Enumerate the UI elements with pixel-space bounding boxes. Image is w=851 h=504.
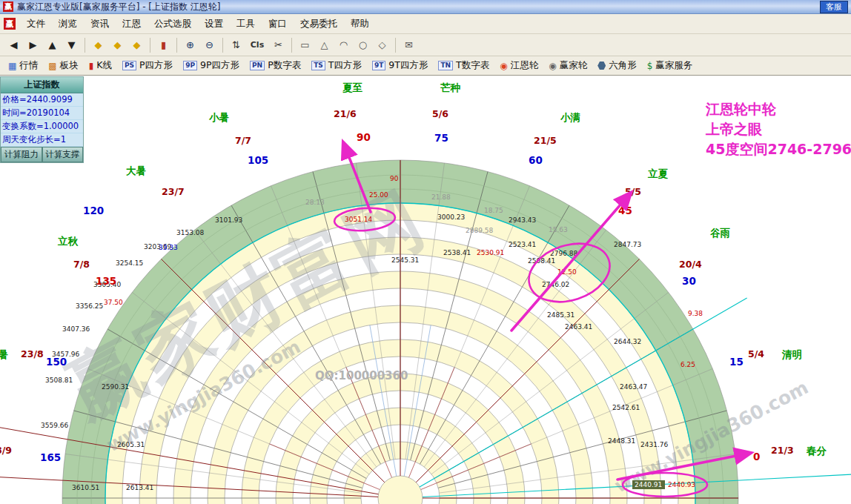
wheel-number: 15.63 [549, 226, 568, 233]
sectors-button[interactable]: ▩板块 [43, 57, 83, 74]
price-row: 价格=2440.9099 [1, 93, 83, 107]
degree-label: 135 [96, 275, 116, 287]
gann-wheel-icon: ◉ [500, 62, 507, 70]
wheel-number: 3407.36 [62, 325, 90, 333]
back-icon[interactable]: ◀ [4, 36, 23, 53]
comment-icon[interactable]: ✉ [400, 36, 418, 53]
date-row: 时间=20190104 [1, 107, 83, 120]
wheel-number: 2431.76 [640, 441, 668, 448]
p-square-button[interactable]: PSP四方形 [117, 57, 178, 74]
9t-square-label: 9T四方形 [388, 59, 428, 72]
solar-term-label: 立秋 [57, 235, 79, 247]
calc-resistance-button[interactable]: 计算阻力 [1, 147, 42, 162]
calc-support-button[interactable]: 计算支撑 [42, 147, 84, 162]
circle-tool-icon[interactable]: ○ [354, 36, 372, 53]
stock-name: 上证指数 [1, 77, 83, 93]
cls-button[interactable]: Cls [246, 36, 268, 53]
wheel-number: 2485.31 [547, 311, 574, 319]
date-label: 21/3 [771, 445, 794, 456]
date-label: 8/9 [0, 445, 12, 456]
date-label: 23/7 [162, 186, 185, 197]
date-label: 5/4 [748, 348, 764, 359]
stock-info-panel: 上证指数 价格=2440.9099 时间=20190104 变换系数=1.000… [0, 76, 84, 163]
zoom-in-icon[interactable]: ⊕ [181, 36, 199, 53]
wheel-number: 25.00 [369, 191, 388, 199]
menu-file[interactable]: 文件 [20, 15, 52, 33]
t-square-icon: TS [311, 61, 325, 70]
wheel-number: 2943.43 [509, 216, 536, 224]
wheel-number: 3559.66 [41, 422, 68, 429]
sectors-label: 板块 [60, 59, 79, 72]
date-label: 7/7 [235, 135, 251, 146]
menu-news[interactable]: 资讯 [84, 15, 116, 33]
menu-gann[interactable]: 江恩 [116, 15, 148, 33]
triangle-tool-icon[interactable]: △ [315, 36, 334, 53]
solar-term-label: 大暑 [126, 165, 146, 176]
customer-service-button[interactable]: 客服 [820, 1, 848, 13]
zoom-out-icon[interactable]: ⊖ [200, 36, 219, 53]
menu-browse[interactable]: 浏览 [52, 15, 84, 33]
winner-wheel-label: 赢家轮 [560, 59, 588, 72]
t-square-label: T四方形 [328, 59, 362, 72]
p-square-icon: PS [122, 61, 136, 70]
diamond-1-icon[interactable]: ◆ [89, 36, 107, 53]
gann-wheel-label: 江恩轮 [511, 59, 539, 72]
wheel-number: 2448.31 [608, 437, 635, 445]
wheel-number: 2644.32 [614, 338, 641, 345]
9t-square-button[interactable]: 9T9T四方形 [367, 57, 434, 74]
gann-wheel-button[interactable]: ◉江恩轮 [494, 57, 543, 74]
wheel-number: 37.50 [104, 299, 123, 306]
rect-tool-icon[interactable]: ▭ [296, 36, 314, 53]
quotes-button[interactable]: ▦行情 [3, 57, 43, 74]
sectors-icon: ▩ [48, 62, 56, 70]
date-label: 23/8 [21, 348, 44, 359]
diamond-tool-icon[interactable]: ◇ [373, 36, 391, 53]
wheel-number: 2613.41 [126, 484, 153, 491]
wheel-number: 2889.58 [466, 227, 493, 234]
degree-label: 75 [434, 132, 448, 144]
up-icon[interactable]: ▲ [43, 36, 62, 53]
wheel-number: 2440.91 [635, 481, 662, 488]
solar-term-label: 夏至 [342, 82, 363, 93]
menu-help[interactable]: 帮助 [344, 15, 376, 33]
cut-icon[interactable]: ✂ [269, 36, 288, 53]
kline-icon: ▮ [89, 62, 94, 70]
kline-icon[interactable]: ▮ [154, 36, 173, 53]
9p-square-button[interactable]: 9P9P四方形 [178, 57, 245, 74]
menu-window[interactable]: 窗口 [262, 15, 294, 33]
winner-wheel-button[interactable]: ◉赢家轮 [543, 57, 592, 74]
hexagon-label: 六角形 [609, 59, 637, 72]
t-table-label: T数字表 [456, 59, 489, 72]
p-table-button[interactable]: PNP数字表 [245, 57, 306, 74]
date-label: 21/6 [334, 108, 357, 119]
measure-icon[interactable]: ⇅ [227, 36, 245, 53]
hexagon-button[interactable]: 六角形 [592, 57, 642, 74]
toolbar-separator [176, 38, 177, 53]
wheel-number: 2542.61 [612, 404, 640, 411]
menu-tools[interactable]: 工具 [230, 15, 262, 33]
hexagon-icon [597, 62, 606, 70]
menu-trade-order[interactable]: 交易委托 [294, 15, 344, 33]
menu-settings[interactable]: 设置 [198, 15, 230, 33]
calc-buttons: 计算阻力 计算支撑 [1, 147, 83, 162]
diamond-2-icon[interactable]: ◆ [108, 36, 127, 53]
wheel-number: 2590.31 [102, 383, 129, 391]
menu-formula-select[interactable]: 公式选股 [148, 15, 198, 33]
application-window: { "window": { "logo": "赢", "title": "赢家江… [0, 0, 851, 504]
winner-service-button[interactable]: $赢家服务 [642, 57, 698, 74]
kline-button[interactable]: ▮K线 [84, 57, 117, 74]
toolbar-separator [395, 38, 396, 53]
title-bar: 赢 赢家江恩专业版[赢家服务平台] - [上证指数 江恩轮] 客服 [0, 0, 851, 14]
diamond-3-icon[interactable]: ◆ [128, 36, 146, 53]
arc-tool-icon[interactable]: ◠ [334, 36, 353, 53]
wheel-number: 90 [390, 175, 399, 182]
kline-label: K线 [96, 59, 112, 72]
t-table-button[interactable]: TNT数字表 [433, 57, 494, 74]
wheel-number: 18.75 [484, 207, 503, 214]
forward-icon[interactable]: ▶ [24, 36, 42, 53]
wheel-number: 6.25 [681, 361, 695, 368]
wheel-number: 9.38 [688, 310, 703, 317]
t-square-button[interactable]: TST四方形 [306, 57, 367, 74]
wheel-number: 2508.41 [528, 257, 555, 265]
down-icon[interactable]: ▼ [62, 36, 81, 53]
